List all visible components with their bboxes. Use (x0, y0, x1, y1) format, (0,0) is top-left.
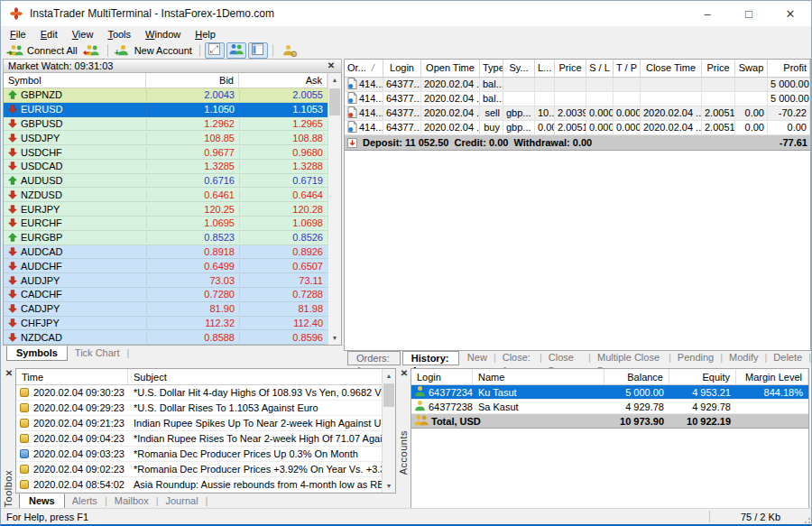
market-watch-scrollbar[interactable]: ▲ ▼ (328, 73, 341, 345)
market-watch-row-eurgbp[interactable]: EURGBP0.85230.8526 (4, 231, 328, 245)
scroll-up-icon[interactable]: ▲ (383, 369, 395, 383)
market-watch-row-nzdcad[interactable]: NZDCAD0.85880.8596 (4, 330, 328, 345)
scroll-up-icon[interactable]: ▲ (328, 73, 341, 87)
toolbox-close-icon[interactable]: ✕ (4, 368, 14, 379)
toolbox-tab-mailbox[interactable]: Mailbox (107, 494, 156, 506)
market-watch-toggle-button[interactable] (205, 42, 225, 59)
market-watch-row-gbpusd[interactable]: GBPUSD1.29621.2965 (4, 117, 328, 132)
menu-item-tools[interactable]: Tools (100, 28, 138, 41)
orders-col-2[interactable]: Open Time (421, 60, 480, 77)
accounts-vertical-label[interactable]: Accounts (398, 430, 410, 475)
market-watch-row-cadjpy[interactable]: CADJPY81.9081.98 (4, 302, 328, 317)
accounts-col-margin-level[interactable]: Margin Level (736, 369, 808, 384)
orders-col-4[interactable]: Sy... (503, 60, 535, 77)
trade-tab-new[interactable]: New (461, 351, 494, 365)
accounts-col-equity[interactable]: Equity (669, 369, 736, 384)
disconnect-button[interactable]: ➜ (81, 42, 104, 59)
news-col-subject[interactable]: Subject (128, 369, 395, 384)
orders-col-10[interactable]: Price (702, 60, 735, 77)
connect-all-label: Connect All (27, 45, 78, 56)
toolbox-tab-news[interactable]: News (19, 494, 65, 509)
orders-col-0[interactable]: Or.../ (345, 60, 383, 77)
market-watch-tab-symbols[interactable]: Symbols (6, 346, 68, 361)
market-watch-col-bid[interactable]: Bid (146, 73, 239, 88)
scroll-down-icon[interactable]: ▼ (328, 331, 341, 345)
orders-col-1[interactable]: Login (383, 60, 421, 77)
news-row[interactable]: 2020.02.04 09:21:23Indian Rupee Spikes U… (16, 416, 395, 431)
orders-col-9[interactable]: Close Time (641, 60, 702, 77)
accounts-toggle-button[interactable] (226, 42, 246, 59)
news-col-time[interactable]: Time (16, 369, 128, 384)
market-watch-row-audusd[interactable]: AUDUSD0.67160.6719 (4, 174, 328, 189)
news-row[interactable]: 2020.02.04 09:29:23*U.S. Dollar Rises To… (16, 401, 395, 416)
toolbox-tab-journal[interactable]: Journal (159, 494, 206, 506)
menu-item-view[interactable]: View (65, 28, 101, 41)
toolbox-vertical-label[interactable]: Toolbox (3, 470, 14, 507)
new-account-button[interactable]: + New Account (112, 42, 196, 59)
scroll-thumb[interactable] (383, 383, 394, 407)
market-watch-col-symbol[interactable]: Symbol (4, 73, 146, 88)
news-row[interactable]: 2020.02.04 09:30:23*U.S. Dollar Hit 4-da… (16, 385, 395, 401)
market-watch-row-audjpy[interactable]: AUDJPY73.0373.11 (4, 273, 328, 288)
news-row[interactable]: 2020.02.04 09:02:23*Romania Dec Producer… (16, 462, 395, 477)
scroll-down-icon[interactable]: ▼ (383, 479, 395, 493)
menu-item-help[interactable]: Help (188, 28, 223, 41)
accounts-row[interactable]: 64377238Sa Kasut4 929.784 929.78 (411, 400, 808, 414)
accounts-col-name[interactable]: Name (473, 369, 604, 384)
orders-row[interactable]: 414...64377...2020.02.04 ...buygbp...0.0… (345, 121, 810, 135)
news-scrollbar[interactable]: ▲ ▼ (382, 369, 395, 493)
toolbox-toggle-button[interactable] (248, 42, 268, 59)
scroll-thumb[interactable] (329, 88, 340, 115)
market-watch-row-eurusd[interactable]: EURUSD1.10501.1053 (4, 103, 328, 117)
news-row[interactable]: 2020.02.04 09:03:23*Romania Dec Producer… (16, 447, 395, 462)
menu-item-file[interactable]: File (3, 28, 33, 41)
orders-col-8[interactable]: T / P (614, 60, 641, 77)
trade-tab-close-1[interactable]: Close: 1 (496, 351, 540, 365)
market-watch-close-icon[interactable]: ✕ (326, 60, 337, 71)
connect-all-button[interactable]: ➜ Connect All (5, 42, 81, 59)
market-watch-tab-tick-chart[interactable]: Tick Chart (68, 346, 127, 358)
market-watch-row-chfjpy[interactable]: CHFJPY112.32112.40 (4, 317, 328, 331)
market-watch-row-gbpnzd[interactable]: GBPNZD2.00432.0055 (4, 88, 328, 103)
market-watch-row-usdjpy[interactable]: USDJPY108.85108.88 (4, 131, 328, 145)
orders-col-5[interactable]: L... (535, 60, 555, 77)
market-watch-row-eurchf[interactable]: EURCHF1.06951.0698 (4, 217, 328, 231)
resize-grip[interactable] (801, 514, 810, 523)
orders-col-6[interactable]: Price (555, 60, 586, 77)
market-watch-row-cadchf[interactable]: CADCHF0.72800.7288 (4, 288, 328, 302)
maximize-button[interactable]: □ (728, 1, 770, 26)
orders-row[interactable]: 414...64377...2020.02.04 ...sellgbp...10… (345, 106, 810, 121)
orders-col-3[interactable]: Type (480, 60, 503, 77)
market-watch-row-audchf[interactable]: AUDCHF0.64990.6507 (4, 259, 328, 273)
accounts-col-login[interactable]: Login (411, 369, 473, 384)
news-row[interactable]: 2020.02.04 09:04:23*Indian Rupee Rises T… (16, 431, 395, 447)
market-watch-row-usdcad[interactable]: USDCAD1.32851.3288 (4, 160, 328, 174)
trade-tab-modify[interactable]: Modify (723, 351, 764, 365)
account-settings-button[interactable]: ⚙ (277, 42, 300, 59)
market-watch-col-ask[interactable]: Ask (239, 73, 328, 88)
market-watch-row-usdchf[interactable]: USDCHF0.96770.9680 (4, 145, 328, 160)
trade-tab-pending[interactable]: Pending (671, 351, 720, 365)
toolbox-tab-alerts[interactable]: Alerts (65, 494, 105, 506)
trade-tab-multiple-close-by[interactable]: Multiple Close By (591, 351, 669, 365)
orders-col-7[interactable]: S / L (586, 60, 614, 77)
menu-item-window[interactable]: Window (138, 28, 188, 41)
trade-tab-history-4[interactable]: History: 4 (402, 351, 459, 365)
close-button[interactable]: ✕ (770, 1, 811, 26)
trade-tab-close-by[interactable]: Close By (542, 351, 588, 365)
orders-row[interactable]: 414...64377...2020.02.04 ...bal...5 000.… (345, 78, 810, 92)
news-row[interactable]: 2020.02.04 08:54:02Asia Roundup: Aussie … (16, 477, 395, 493)
market-watch-row-eurjpy[interactable]: EURJPY120.25120.28 (4, 202, 328, 217)
orders-col-12[interactable]: Profit (768, 60, 810, 77)
trade-tab-orders-1[interactable]: Orders: 1 (347, 351, 401, 365)
minimize-button[interactable]: – (687, 1, 728, 26)
accounts-col-balance[interactable]: Balance (604, 369, 669, 384)
market-watch-row-audcad[interactable]: AUDCAD0.89180.8926 (4, 245, 328, 260)
market-watch-row-nzdusd[interactable]: NZDUSD0.64610.6464 (4, 188, 328, 202)
accounts-close-icon[interactable]: ✕ (399, 368, 410, 379)
menu-item-edit[interactable]: Edit (33, 28, 65, 41)
orders-row[interactable]: 414...64377...2020.02.04 ...bal...5 000.… (345, 92, 810, 106)
trade-tab-delete[interactable]: Delete (767, 351, 808, 365)
orders-col-11[interactable]: Swap (735, 60, 768, 77)
accounts-row[interactable]: 64377234Ku Tasut5 000.004 953.21844.18% (411, 385, 808, 400)
